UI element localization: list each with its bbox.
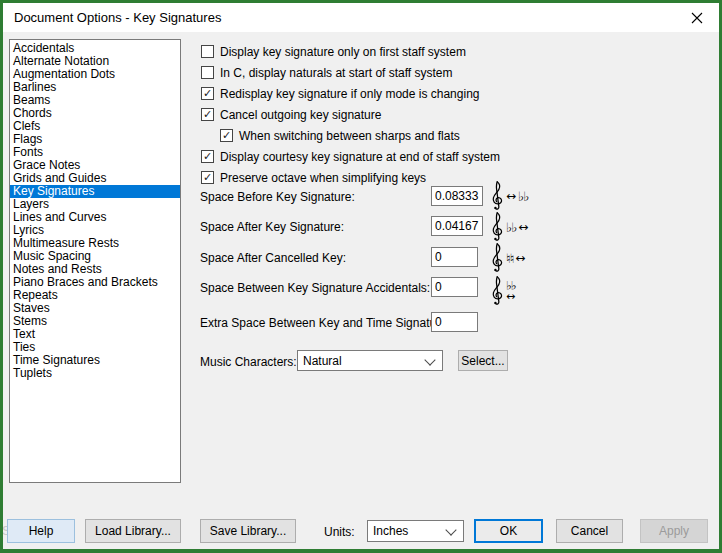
cancel-button-label: Cancel bbox=[571, 524, 608, 538]
load-library-button[interactable]: Load Library... bbox=[85, 519, 181, 543]
units-value: Inches bbox=[373, 524, 408, 538]
field-label: Space After Key Signature: bbox=[200, 220, 344, 234]
treble-clef-icon bbox=[489, 242, 504, 275]
option-checkbox[interactable]: In C, display naturals at start of staff… bbox=[201, 62, 500, 83]
music-characters-label: Music Characters: bbox=[200, 355, 297, 369]
option-checkbox[interactable]: ✓Display courtesy key signature at end o… bbox=[201, 146, 500, 167]
field-label: Space Between Key Signature Accidentals: bbox=[200, 281, 430, 295]
horizontal-arrow-icon: ↔ bbox=[515, 252, 525, 264]
clef-arrow-flats-icon: ↔♭♭ bbox=[489, 181, 528, 211]
flats-spacing-icon: ♭♭↔ bbox=[506, 281, 515, 302]
treble-clef-icon bbox=[489, 275, 504, 308]
horizontal-arrow-icon: ↔ bbox=[506, 292, 515, 302]
natural-signs-icon: ♮♮ bbox=[506, 252, 513, 265]
option-checkbox[interactable]: Display key signature only on first staf… bbox=[201, 41, 500, 62]
clef-naturals-arrow-icon: ♮♮↔ bbox=[489, 243, 525, 273]
checkbox-checked-icon: ✓ bbox=[201, 108, 214, 121]
units-dropdown[interactable]: Inches bbox=[367, 520, 464, 542]
music-characters-dropdown[interactable]: Natural bbox=[297, 350, 443, 371]
field-input[interactable] bbox=[431, 216, 483, 236]
title-bar: Document Options - Key Signatures bbox=[3, 3, 719, 32]
dialog-title: Document Options - Key Signatures bbox=[14, 10, 221, 25]
option-label: Redisplay key signature if only mode is … bbox=[220, 87, 479, 101]
load-library-label: Load Library... bbox=[95, 524, 171, 538]
field-label: Space Before Key Signature: bbox=[200, 190, 355, 204]
field-input[interactable] bbox=[431, 312, 478, 332]
close-button[interactable] bbox=[675, 3, 719, 32]
help-button-label: Help bbox=[29, 524, 54, 538]
select-button[interactable]: Select... bbox=[458, 350, 508, 371]
checkbox-checked-icon: ✓ bbox=[201, 150, 214, 163]
ok-button[interactable]: OK bbox=[474, 519, 543, 543]
document-options-dialog: Document Options - Key Signatures Accide… bbox=[0, 0, 722, 553]
ok-button-label: OK bbox=[500, 524, 517, 538]
chevron-down-icon bbox=[424, 354, 435, 365]
option-label: Preserve octave when simplifying keys bbox=[220, 171, 426, 185]
clef-flats-arrow-icon: ♭♭↔ bbox=[489, 212, 528, 242]
checkbox-checked-icon: ✓ bbox=[220, 129, 233, 142]
apply-button: Apply bbox=[640, 519, 708, 543]
option-checkbox[interactable]: ✓Cancel outgoing key signature bbox=[201, 104, 500, 125]
apply-button-label: Apply bbox=[659, 524, 689, 538]
field-label: Space After Cancelled Key: bbox=[200, 251, 346, 265]
music-characters-value: Natural bbox=[303, 354, 342, 368]
checkbox-checked-icon: ✓ bbox=[201, 171, 214, 184]
horizontal-arrow-icon: ↔ bbox=[518, 221, 528, 233]
close-icon bbox=[691, 12, 703, 24]
option-label: Display courtesy key signature at end of… bbox=[220, 150, 500, 164]
option-checkbox[interactable]: ✓When switching between sharps and flats bbox=[220, 125, 500, 146]
treble-clef-icon bbox=[489, 180, 504, 213]
field-input[interactable] bbox=[431, 186, 483, 206]
sidebar-item[interactable]: Text bbox=[10, 328, 180, 341]
checkbox-unchecked-icon bbox=[201, 45, 214, 58]
select-button-label: Select... bbox=[461, 354, 504, 368]
option-checkbox[interactable]: ✓Preserve octave when simplifying keys bbox=[201, 167, 500, 188]
save-library-button[interactable]: Save Library... bbox=[200, 519, 296, 543]
options-list: Display key signature only on first staf… bbox=[201, 41, 500, 188]
field-input[interactable] bbox=[431, 277, 478, 297]
save-library-label: Save Library... bbox=[210, 524, 286, 538]
treble-clef-icon bbox=[489, 211, 504, 244]
flat-signs-icon: ♭♭ bbox=[518, 190, 528, 203]
checkbox-unchecked-icon bbox=[201, 66, 214, 79]
field-label: Extra Space Between Key and Time Signatu… bbox=[200, 316, 450, 330]
units-label: Units: bbox=[324, 525, 355, 539]
option-label: When switching between sharps and flats bbox=[239, 129, 460, 143]
option-label: Cancel outgoing key signature bbox=[220, 108, 381, 122]
horizontal-arrow-icon: ↔ bbox=[506, 190, 516, 202]
option-label: Display key signature only on first staf… bbox=[220, 45, 466, 59]
clef-flats-spacing-icon: ♭♭↔ bbox=[489, 276, 515, 306]
option-checkbox[interactable]: ✓Redisplay key signature if only mode is… bbox=[201, 83, 500, 104]
cancel-button[interactable]: Cancel bbox=[556, 519, 623, 543]
field-input[interactable] bbox=[431, 247, 478, 267]
chevron-down-icon bbox=[445, 524, 456, 535]
sidebar-item[interactable]: Stems bbox=[10, 315, 180, 328]
flat-signs-icon: ♭♭ bbox=[506, 221, 516, 234]
sidebar-item[interactable]: Tuplets bbox=[10, 367, 180, 380]
help-button[interactable]: Help bbox=[7, 519, 75, 543]
checkbox-checked-icon: ✓ bbox=[201, 87, 214, 100]
category-listbox: AccidentalsAlternate NotationAugmentatio… bbox=[9, 39, 181, 483]
option-label: In C, display naturals at start of staff… bbox=[220, 66, 453, 80]
